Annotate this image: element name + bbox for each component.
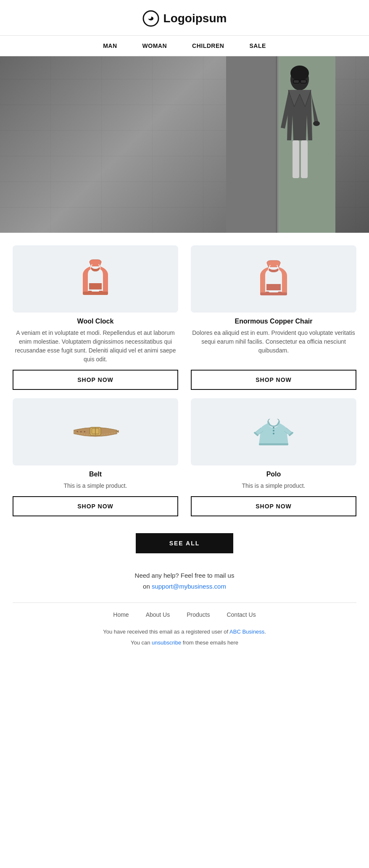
svg-rect-21: [260, 292, 287, 295]
product-image-belt: [13, 398, 178, 466]
hero-figure: [226, 56, 335, 233]
header: Logoipsum: [0, 0, 369, 36]
product-name-wool-clock: Wool Clock: [77, 318, 114, 325]
product-image-polo: [191, 398, 356, 466]
svg-point-27: [76, 431, 78, 432]
product-desc-belt: This is a simple product.: [64, 481, 127, 490]
svg-rect-3: [226, 56, 277, 233]
svg-rect-33: [259, 443, 288, 445]
svg-point-31: [273, 430, 274, 431]
product-card-enormous-copper-chair: Enormous Copper Chair Dolores ea aliquid…: [191, 245, 356, 390]
shop-now-polo[interactable]: SHOP NOW: [191, 496, 356, 516]
footer-nav: Home About Us Products Contact Us: [0, 603, 369, 622]
belt-icon: [70, 418, 121, 447]
svg-point-30: [273, 427, 274, 429]
footer-brand-link[interactable]: ABC Business: [229, 629, 264, 635]
footer-nav-products[interactable]: Products: [187, 611, 210, 618]
nav-item-woman[interactable]: WOMAN: [142, 42, 167, 49]
footer-line2: You can unsubscribe from these emails he…: [8, 637, 361, 648]
svg-rect-12: [301, 140, 308, 178]
svg-point-29: [84, 431, 85, 432]
svg-rect-8: [293, 80, 299, 83]
nav-item-man[interactable]: MAN: [103, 42, 117, 49]
products-grid: Wool Clock A veniam et in voluptate et m…: [13, 245, 356, 516]
footer-nav-home[interactable]: Home: [113, 611, 129, 618]
svg-point-1: [148, 16, 151, 19]
footer-line1: You have received this email as a regist…: [8, 626, 361, 637]
product-desc-enormous-copper-chair: Dolores ea aliquid est in eum. Provident…: [191, 329, 356, 364]
svg-point-7: [290, 66, 309, 81]
shop-now-enormous-copper-chair[interactable]: SHOP NOW: [191, 370, 356, 390]
svg-rect-11: [293, 140, 299, 178]
polo-icon: [248, 407, 299, 457]
hero-background: [0, 56, 369, 233]
product-card-belt: Belt This is a simple product. SHOP NOW: [13, 398, 178, 516]
hoodie-pink2-icon: [248, 254, 299, 304]
see-all-section: SEE ALL: [0, 521, 369, 562]
product-card-polo: Polo This is a simple product. SHOP NOW: [191, 398, 356, 516]
main-nav: MAN WOMAN CHILDREN SALE: [0, 36, 369, 56]
help-section: Need any help? Feel free to mail us on s…: [0, 562, 369, 596]
hero-banner: [0, 56, 369, 233]
svg-rect-16: [83, 292, 108, 295]
shop-now-wool-clock[interactable]: SHOP NOW: [13, 370, 178, 390]
footer-text: You have received this email as a regist…: [0, 622, 369, 657]
footer-unsubscribe-link[interactable]: unsubscribe: [152, 639, 181, 646]
svg-point-13: [313, 121, 320, 126]
logo-icon: [142, 10, 159, 27]
svg-rect-9: [300, 80, 306, 83]
see-all-button[interactable]: SEE ALL: [136, 533, 234, 553]
help-text-line1: Need any help? Feel free to mail us: [8, 570, 361, 581]
nav-item-children[interactable]: CHILDREN: [192, 42, 224, 49]
products-section: Wool Clock A veniam et in voluptate et m…: [0, 233, 369, 521]
logo: Logoipsum: [142, 10, 227, 27]
product-name-polo: Polo: [266, 471, 281, 478]
hoodie-pink-icon: [70, 254, 121, 304]
shop-now-belt[interactable]: SHOP NOW: [13, 496, 178, 516]
logo-text: Logoipsum: [163, 12, 227, 25]
product-desc-polo: This is a simple product.: [242, 481, 306, 490]
product-image-enormous-copper-chair: [191, 245, 356, 313]
svg-point-32: [273, 433, 274, 434]
product-name-belt: Belt: [89, 471, 102, 478]
help-text-line2: on support@mybusiness.com: [8, 581, 361, 592]
product-image-wool-clock: [13, 245, 178, 313]
product-desc-wool-clock: A veniam et in voluptate et modi. Repell…: [13, 329, 178, 364]
product-card-wool-clock: Wool Clock A veniam et in voluptate et m…: [13, 245, 178, 390]
footer-nav-contact[interactable]: Contact Us: [227, 611, 256, 618]
product-name-enormous-copper-chair: Enormous Copper Chair: [235, 318, 313, 325]
nav-item-sale[interactable]: SALE: [249, 42, 266, 49]
svg-point-28: [80, 431, 82, 432]
footer-nav-about[interactable]: About Us: [146, 611, 170, 618]
help-email-link[interactable]: support@mybusiness.com: [152, 583, 226, 590]
